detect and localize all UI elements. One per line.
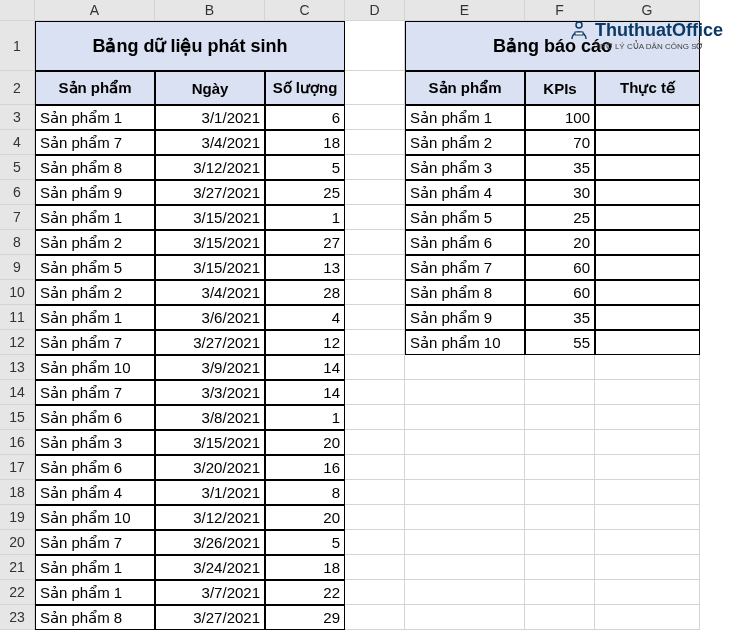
cell-C20[interactable]: 5 [265, 530, 345, 555]
cell-E7[interactable]: Sản phẩm 5 [405, 205, 525, 230]
cell-F11[interactable]: 35 [525, 305, 595, 330]
row-header-17[interactable]: 17 [0, 455, 35, 480]
cell-C11[interactable]: 4 [265, 305, 345, 330]
cell-A16[interactable]: Sản phẩm 3 [35, 430, 155, 455]
cell-F23[interactable] [525, 605, 595, 630]
cell-E21[interactable] [405, 555, 525, 580]
cell-C19[interactable]: 20 [265, 505, 345, 530]
row-header-6[interactable]: 6 [0, 180, 35, 205]
cell-A5[interactable]: Sản phẩm 8 [35, 155, 155, 180]
cell-B21[interactable]: 3/24/2021 [155, 555, 265, 580]
cell-F14[interactable] [525, 380, 595, 405]
cell-A14[interactable]: Sản phẩm 7 [35, 380, 155, 405]
row-header-23[interactable]: 23 [0, 605, 35, 630]
cell-F9[interactable]: 60 [525, 255, 595, 280]
cell-G16[interactable] [595, 430, 700, 455]
cell-B19[interactable]: 3/12/2021 [155, 505, 265, 530]
cell-E8[interactable]: Sản phẩm 6 [405, 230, 525, 255]
cell-A21[interactable]: Sản phẩm 1 [35, 555, 155, 580]
cell-C16[interactable]: 20 [265, 430, 345, 455]
cell-D15[interactable] [345, 405, 405, 430]
cell-C6[interactable]: 25 [265, 180, 345, 205]
cell-G20[interactable] [595, 530, 700, 555]
row-header-10[interactable]: 10 [0, 280, 35, 305]
cell-F17[interactable] [525, 455, 595, 480]
cell-C15[interactable]: 1 [265, 405, 345, 430]
cell-G13[interactable] [595, 355, 700, 380]
row-header-12[interactable]: 12 [0, 330, 35, 355]
cell-D14[interactable] [345, 380, 405, 405]
cell-C17[interactable]: 16 [265, 455, 345, 480]
cell-F20[interactable] [525, 530, 595, 555]
cell-G10[interactable] [595, 280, 700, 305]
cell-D5[interactable] [345, 155, 405, 180]
row-header-20[interactable]: 20 [0, 530, 35, 555]
cell-F7[interactable]: 25 [525, 205, 595, 230]
cell-G18[interactable] [595, 480, 700, 505]
cell-B11[interactable]: 3/6/2021 [155, 305, 265, 330]
cell-F6[interactable]: 30 [525, 180, 595, 205]
cell-C7[interactable]: 1 [265, 205, 345, 230]
select-all-corner[interactable] [0, 0, 35, 21]
cell-B18[interactable]: 3/1/2021 [155, 480, 265, 505]
cell-G9[interactable] [595, 255, 700, 280]
cell-G17[interactable] [595, 455, 700, 480]
cell-E22[interactable] [405, 580, 525, 605]
cell-F5[interactable]: 35 [525, 155, 595, 180]
cell-D3[interactable] [345, 105, 405, 130]
cell-D6[interactable] [345, 180, 405, 205]
cell-D23[interactable] [345, 605, 405, 630]
row-header-18[interactable]: 18 [0, 480, 35, 505]
cell-D1[interactable] [345, 21, 405, 71]
cell-F18[interactable] [525, 480, 595, 505]
row-header-22[interactable]: 22 [0, 580, 35, 605]
cell-A19[interactable]: Sản phẩm 10 [35, 505, 155, 530]
cell-D12[interactable] [345, 330, 405, 355]
col-header-F[interactable]: F [525, 0, 595, 21]
cell-F19[interactable] [525, 505, 595, 530]
cell-G19[interactable] [595, 505, 700, 530]
col-header-D[interactable]: D [345, 0, 405, 21]
col-header-A[interactable]: A [35, 0, 155, 21]
cell-F4[interactable]: 70 [525, 130, 595, 155]
cell-G5[interactable] [595, 155, 700, 180]
cell-D7[interactable] [345, 205, 405, 230]
cell-E9[interactable]: Sản phẩm 7 [405, 255, 525, 280]
cell-E17[interactable] [405, 455, 525, 480]
cell-A10[interactable]: Sản phẩm 2 [35, 280, 155, 305]
cell-C4[interactable]: 18 [265, 130, 345, 155]
cell-B23[interactable]: 3/27/2021 [155, 605, 265, 630]
cell-E23[interactable] [405, 605, 525, 630]
cell-B17[interactable]: 3/20/2021 [155, 455, 265, 480]
cell-A3[interactable]: Sản phẩm 1 [35, 105, 155, 130]
cell-B12[interactable]: 3/27/2021 [155, 330, 265, 355]
cell-G7[interactable] [595, 205, 700, 230]
cell-D9[interactable] [345, 255, 405, 280]
cell-D17[interactable] [345, 455, 405, 480]
row-header-5[interactable]: 5 [0, 155, 35, 180]
cell-E6[interactable]: Sản phẩm 4 [405, 180, 525, 205]
cell-A23[interactable]: Sản phẩm 8 [35, 605, 155, 630]
cell-C14[interactable]: 14 [265, 380, 345, 405]
cell-B7[interactable]: 3/15/2021 [155, 205, 265, 230]
cell-B15[interactable]: 3/8/2021 [155, 405, 265, 430]
cell-F8[interactable]: 20 [525, 230, 595, 255]
cell-B5[interactable]: 3/12/2021 [155, 155, 265, 180]
cell-G14[interactable] [595, 380, 700, 405]
row-header-1[interactable]: 1 [0, 21, 35, 71]
row-header-7[interactable]: 7 [0, 205, 35, 230]
row-header-11[interactable]: 11 [0, 305, 35, 330]
cell-D19[interactable] [345, 505, 405, 530]
cell-A4[interactable]: Sản phẩm 7 [35, 130, 155, 155]
cell-A13[interactable]: Sản phẩm 10 [35, 355, 155, 380]
cell-A6[interactable]: Sản phẩm 9 [35, 180, 155, 205]
cell-D20[interactable] [345, 530, 405, 555]
cell-E19[interactable] [405, 505, 525, 530]
cell-D4[interactable] [345, 130, 405, 155]
cell-A7[interactable]: Sản phẩm 1 [35, 205, 155, 230]
cell-B16[interactable]: 3/15/2021 [155, 430, 265, 455]
cell-B8[interactable]: 3/15/2021 [155, 230, 265, 255]
cell-D18[interactable] [345, 480, 405, 505]
cell-B14[interactable]: 3/3/2021 [155, 380, 265, 405]
cell-B20[interactable]: 3/26/2021 [155, 530, 265, 555]
